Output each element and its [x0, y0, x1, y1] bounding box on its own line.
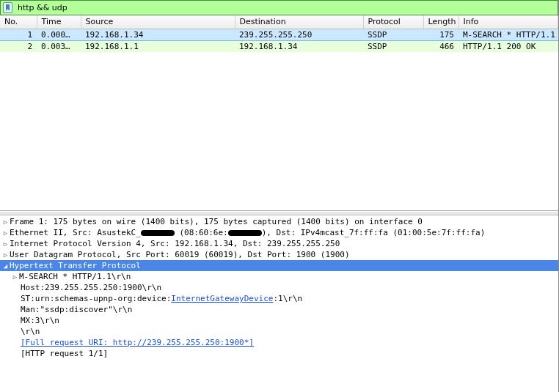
expander-icon[interactable]: ▷	[1, 251, 10, 259]
packet-list-header-row[interactable]: No. Time Source Destination Protocol Len…	[0, 15, 558, 29]
tree-item-ip[interactable]: ▷Internet Protocol Version 4, Src: 192.1…	[0, 238, 558, 249]
tree-item-man[interactable]: Man:"ssdp:discover"\r\n	[0, 304, 558, 315]
st-device-link[interactable]: InternetGatewayDevice	[171, 294, 273, 303]
tree-item-crlf[interactable]: \r\n	[0, 326, 558, 337]
cell-info: M-SEARCH * HTTP/1.1	[458, 29, 558, 40]
col-header-source[interactable]: Source	[81, 15, 235, 29]
tree-label: User Datagram Protocol, Src Port: 60019 …	[10, 250, 350, 259]
packet-details-pane[interactable]: ▷Frame 1: 175 bytes on wire (1400 bits),…	[0, 215, 558, 390]
tree-item-mx[interactable]: MX:3\r\n	[0, 315, 558, 326]
tree-item-st[interactable]: ST:urn:schemas-upnp-org:device:InternetG…	[0, 293, 558, 304]
cell-time: 0.003…	[37, 40, 81, 52]
packet-list-table: No. Time Source Destination Protocol Len…	[0, 15, 558, 52]
cell-protocol: SSDP	[363, 29, 423, 40]
cell-time: 0.000…	[37, 29, 81, 40]
expander-icon[interactable]: ▷	[1, 240, 10, 248]
tree-label: ST:urn:schemas-upnp-org:device:InternetG…	[21, 294, 302, 303]
col-header-info[interactable]: Info	[458, 15, 558, 29]
col-header-no[interactable]: No.	[0, 15, 37, 29]
tree-label: [HTTP request 1/1]	[21, 349, 108, 358]
display-filter-bar	[0, 0, 558, 15]
col-header-time[interactable]: Time	[37, 15, 81, 29]
cell-length: 466	[423, 40, 458, 52]
display-filter-input[interactable]	[15, 1, 555, 14]
col-header-destination[interactable]: Destination	[235, 15, 363, 29]
tree-label: Frame 1: 175 bytes on wire (1400 bits), …	[10, 217, 423, 226]
tree-label: M-SEARCH * HTTP/1.1\r\n	[19, 272, 131, 281]
full-request-uri-link[interactable]: [Full request URI: http://239.255.255.25…	[21, 338, 254, 347]
cell-source: 192.168.1.34	[81, 29, 235, 40]
expander-icon[interactable]: ▷	[11, 273, 19, 281]
packet-row[interactable]: 1 0.000… 192.168.1.34 239.255.255.250 SS…	[0, 29, 558, 40]
bookmark-icon[interactable]	[3, 2, 12, 13]
expander-icon[interactable]: ▷	[1, 218, 10, 226]
tree-item-ethernet[interactable]: ▷Ethernet II, Src: AsustekC_ (08:60:6e:)…	[0, 227, 558, 238]
cell-source: 192.168.1.1	[81, 40, 235, 52]
tree-item-frame[interactable]: ▷Frame 1: 175 bytes on wire (1400 bits),…	[0, 216, 558, 227]
cell-info: HTTP/1.1 200 OK	[458, 40, 558, 52]
tree-item-full-uri[interactable]: [Full request URI: http://239.255.255.25…	[0, 337, 558, 348]
tree-item-msearch[interactable]: ▷M-SEARCH * HTTP/1.1\r\n	[0, 271, 558, 282]
cell-length: 175	[423, 29, 458, 40]
cell-destination: 239.255.255.250	[235, 29, 363, 40]
tree-label: MX:3\r\n	[21, 316, 59, 325]
col-header-length[interactable]: Length	[423, 15, 458, 29]
packet-row[interactable]: 2 0.003… 192.168.1.1 192.168.1.34 SSDP 4…	[0, 40, 558, 52]
tree-label: Ethernet II, Src: AsustekC_ (08:60:6e:),…	[10, 228, 485, 237]
tree-item-request-num[interactable]: [HTTP request 1/1]	[0, 348, 558, 359]
expander-icon[interactable]: ▷	[1, 229, 10, 237]
expander-icon[interactable]: ◢	[1, 262, 10, 270]
tree-label: Internet Protocol Version 4, Src: 192.16…	[10, 239, 340, 248]
tree-label: Host:239.255.255.250:1900\r\n	[21, 283, 161, 292]
col-header-protocol[interactable]: Protocol	[363, 15, 423, 29]
tree-label: \r\n	[21, 327, 40, 336]
redacted-mac-icon	[228, 230, 262, 236]
tree-label: Man:"ssdp:discover"\r\n	[21, 305, 132, 314]
cell-protocol: SSDP	[363, 40, 423, 52]
cell-no: 1	[0, 29, 37, 40]
cell-destination: 192.168.1.34	[235, 40, 363, 52]
cell-no: 2	[0, 40, 37, 52]
tree-label: Hypertext Transfer Protocol	[10, 261, 141, 270]
packet-list-pane[interactable]: No. Time Source Destination Protocol Len…	[0, 15, 558, 211]
tree-item-host[interactable]: Host:239.255.255.250:1900\r\n	[0, 282, 558, 293]
redacted-mac-icon	[141, 230, 175, 236]
tree-item-http[interactable]: ◢Hypertext Transfer Protocol	[0, 260, 558, 271]
tree-item-udp[interactable]: ▷User Datagram Protocol, Src Port: 60019…	[0, 249, 558, 260]
